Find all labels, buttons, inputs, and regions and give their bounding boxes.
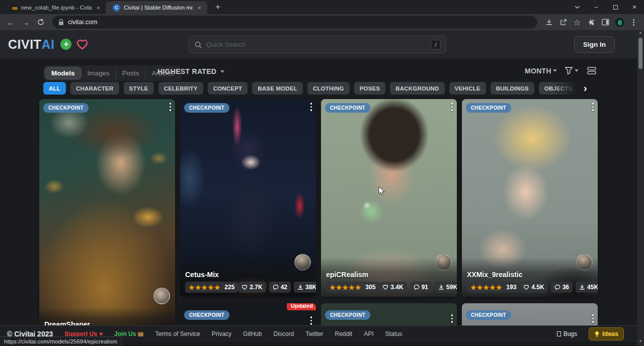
chip-poses[interactable]: POSES <box>354 82 386 95</box>
filter-funnel-button[interactable] <box>565 66 579 75</box>
model-type-badge: CHECKPOINT <box>325 103 370 113</box>
layout-toggle-button[interactable] <box>587 66 597 75</box>
tab-close-icon[interactable]: × <box>196 4 202 12</box>
model-type-badge: CHECKPOINT <box>184 103 229 113</box>
card-menu-kebab-icon[interactable] <box>308 314 314 327</box>
period-select[interactable]: MONTH <box>525 67 557 75</box>
footer-link-terms[interactable]: Terms of Service <box>155 330 200 337</box>
side-panel-icon[interactable] <box>599 16 612 29</box>
funnel-icon <box>565 66 573 75</box>
chip-celebrity[interactable]: CELEBRITY <box>158 82 203 95</box>
chip-buildings[interactable]: BUILDINGS <box>491 82 534 95</box>
downloads-chip: 38K <box>294 282 316 293</box>
tab-civitai[interactable]: C Civitai | Stable Diffusion models, × <box>107 1 207 14</box>
tab-images[interactable]: Images <box>82 67 116 79</box>
tab-posts[interactable]: Posts <box>116 67 145 79</box>
star-rating-icons: ★★★★★ <box>189 284 220 291</box>
browser-menu-kebab-icon[interactable] <box>627 16 640 29</box>
footer-link-twitter[interactable]: Twitter <box>305 330 323 337</box>
scrollbar-thumb[interactable] <box>638 38 642 69</box>
quick-search[interactable]: / <box>189 36 446 53</box>
extensions-puzzle-icon[interactable] <box>585 16 598 29</box>
reload-icon[interactable] <box>34 16 47 29</box>
footer-link-discord[interactable]: Discord <box>273 330 294 337</box>
heart-icon <box>242 284 248 290</box>
chip-clothing[interactable]: CLOTHING <box>307 82 350 95</box>
tab-strip: ∞ new_colab_file.ipynb - Colaborat × C C… <box>0 0 644 14</box>
card-menu-kebab-icon[interactable] <box>168 101 174 113</box>
chip-background[interactable]: BACKGROUND <box>390 82 444 95</box>
model-card-epicrealism[interactable]: CHECKPOINT epiCRealism ★★★★★ 305 3.4K <box>321 99 457 297</box>
model-card-cetus-mix[interactable]: CHECKPOINT Cetus-Mix ★★★★★ 225 2.7K <box>180 99 316 297</box>
footer-link-privacy[interactable]: Privacy <box>212 330 231 337</box>
scroll-up-icon[interactable]: ▲ <box>638 30 642 36</box>
model-name: epiCRealism <box>326 271 452 279</box>
chip-base-model[interactable]: BASE MODEL <box>252 82 303 95</box>
likes-count: 4.5K <box>531 284 544 291</box>
model-stats: ★★★★★ 193 4.5K 36 <box>467 282 593 293</box>
new-tab-button[interactable]: + <box>212 2 223 14</box>
tab-models[interactable]: Models <box>45 67 82 79</box>
footer-link-github[interactable]: GitHub <box>243 330 262 337</box>
chip-style[interactable]: STYLE <box>124 82 154 95</box>
status-url-tooltip: https://civitai.com/models/25694/epicrea… <box>0 336 122 346</box>
chevron-down-icon <box>575 69 579 72</box>
chip-character[interactable]: CHARACTER <box>70 82 119 95</box>
scroll-down-icon[interactable]: ▼ <box>638 339 642 345</box>
create-plus-button[interactable]: + <box>60 39 71 50</box>
bugs-button[interactable]: Bugs <box>557 330 577 337</box>
chip-all[interactable]: ALL <box>43 82 66 95</box>
download-icon[interactable] <box>542 16 555 29</box>
minimize-button[interactable]: – <box>587 0 606 14</box>
url-text: civitai.com <box>68 19 97 26</box>
colab-icon: ∞ <box>12 4 18 12</box>
civitai-favicon-icon: C <box>113 4 120 12</box>
creator-avatar[interactable] <box>153 288 170 304</box>
comment-icon <box>273 284 279 290</box>
logo-text-ai: AI <box>41 37 54 52</box>
tab-close-icon[interactable]: × <box>95 4 101 12</box>
chips-scroll-right-icon[interactable]: › <box>584 82 587 95</box>
comments-chip: 36 <box>551 282 573 293</box>
chip-vehicle[interactable]: VEHICLE <box>449 82 486 95</box>
star-rating-icons: ★★★★★ <box>330 284 361 291</box>
page-scrollbar[interactable]: ▲ ▼ <box>637 30 644 346</box>
sort-label: HIGHEST RATED <box>157 67 216 75</box>
card-menu-kebab-icon[interactable] <box>449 101 455 113</box>
close-window-button[interactable]: × <box>625 0 644 14</box>
sort-select[interactable]: HIGHEST RATED <box>157 67 224 75</box>
card-menu-kebab-icon[interactable] <box>449 312 455 325</box>
ideas-button[interactable]: Ideas <box>589 327 624 340</box>
restore-button[interactable] <box>606 0 625 14</box>
model-card-xxmix9realistic[interactable]: CHECKPOINT XXMix_9realistic ★★★★★ 193 4.… <box>462 99 598 297</box>
address-bar[interactable]: civitai.com <box>52 16 537 29</box>
card-menu-kebab-icon[interactable] <box>590 312 596 325</box>
share-icon[interactable] <box>556 16 570 29</box>
model-card-dreamshaper[interactable]: CHECKPOINT DreamShaper <box>39 99 175 335</box>
card-menu-kebab-icon[interactable] <box>308 101 314 113</box>
downloads-count: 38K <box>305 284 316 291</box>
back-icon[interactable]: ← <box>4 16 17 29</box>
bookmark-star-icon[interactable]: ☆ <box>571 16 584 29</box>
favorites-heart-icon[interactable] <box>76 39 88 50</box>
profile-avatar[interactable] <box>613 16 626 29</box>
footer-link-reddit[interactable]: Reddit <box>335 330 353 337</box>
card-menu-kebab-icon[interactable] <box>590 101 596 113</box>
comment-icon <box>554 284 560 290</box>
model-stats: ★★★★★ 225 2.7K 42 <box>185 282 311 293</box>
browser-toolbar: ← → civitai.com ☆ <box>0 14 644 30</box>
forward-icon[interactable]: → <box>19 16 32 29</box>
rows-layout-icon <box>587 66 597 75</box>
updated-badge: Updated <box>287 303 316 310</box>
civitai-logo[interactable]: CIVITAI <box>8 37 54 52</box>
chip-concept[interactable]: CONCEPT <box>208 82 248 95</box>
footer-link-api[interactable]: API <box>364 330 373 337</box>
tab-search-chevron-icon[interactable] <box>568 0 587 14</box>
sign-in-button[interactable]: Sign In <box>574 36 615 53</box>
restore-icon <box>613 5 618 10</box>
tab-colab[interactable]: ∞ new_colab_file.ipynb - Colaborat × <box>6 1 107 14</box>
model-type-badge: CHECKPOINT <box>466 310 511 320</box>
footer-link-status[interactable]: Status <box>385 330 403 337</box>
likes-count: 3.4K <box>390 284 403 291</box>
search-input[interactable] <box>206 41 427 48</box>
